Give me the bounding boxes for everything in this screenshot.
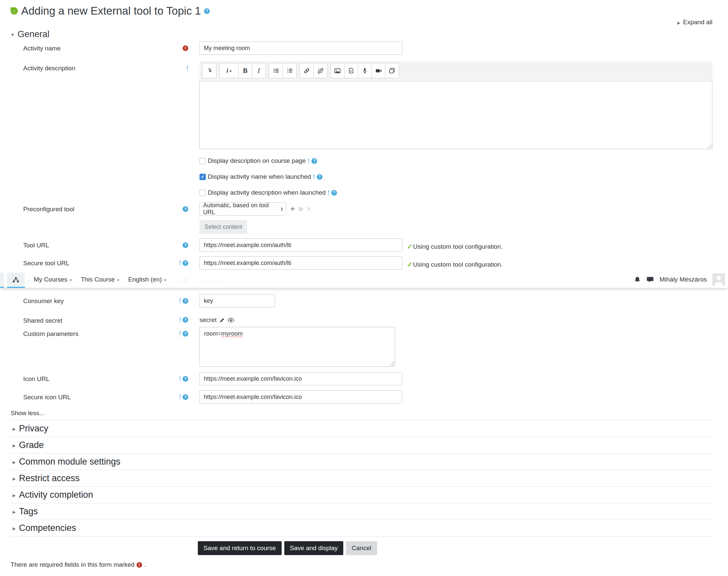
section-privacy[interactable]: Privacy — [10, 420, 712, 437]
required-icon — [183, 46, 188, 51]
video-camera-icon — [375, 68, 382, 74]
record-audio-button[interactable] — [358, 63, 371, 78]
display-activity-description-checkbox[interactable] — [200, 190, 206, 196]
course-structure-button[interactable] — [7, 272, 25, 288]
paragraph-styles-button[interactable]: i — [220, 63, 238, 78]
help-icon[interactable] — [317, 174, 323, 180]
record-video-button[interactable] — [371, 63, 385, 78]
help-icon[interactable] — [331, 190, 337, 196]
chevron-right-icon — [677, 19, 680, 26]
image-icon — [334, 68, 341, 74]
italic-button[interactable]: I — [252, 63, 266, 78]
help-icon[interactable] — [183, 317, 188, 323]
general-heading: General — [18, 29, 49, 39]
form-row-activity-name: Activity name — [10, 41, 712, 55]
nav-menu-this-course[interactable]: This Course — [81, 276, 119, 283]
save-and-return-button[interactable]: Save and return to course — [198, 541, 282, 555]
editor-toolbar: i B I — [200, 61, 712, 80]
bold-button[interactable]: B — [238, 63, 252, 78]
chevron-right-icon — [12, 426, 16, 432]
cancel-button[interactable]: Cancel — [346, 541, 377, 555]
tool-url-label: Tool URL — [23, 242, 49, 249]
resize-handle[interactable] — [707, 144, 711, 148]
shared-secret-value: secret — [200, 316, 217, 324]
activity-description-textarea[interactable] — [200, 81, 712, 149]
section-tags[interactable]: Tags — [10, 503, 712, 520]
chevron-down-icon — [228, 68, 232, 73]
nav-menu-language[interactable]: English (en) — [128, 276, 166, 283]
eye-icon[interactable] — [228, 318, 234, 323]
activity-name-input[interactable] — [200, 41, 402, 55]
link-button[interactable] — [300, 63, 313, 78]
save-and-display-button[interactable]: Save and display — [284, 541, 344, 555]
activity-name-label: Activity name — [23, 45, 61, 52]
form-row-preconfigured-tool: Preconfigured tool Automatic, based on t… — [10, 202, 712, 234]
chevron-down-icon — [164, 276, 166, 283]
display-activity-name-checkbox[interactable] — [200, 174, 206, 180]
delete-tool-icon — [306, 205, 311, 213]
nav-menu-my-courses[interactable]: My Courses — [34, 276, 72, 283]
custom-parameters-textarea[interactable]: room=myroom — [200, 327, 395, 367]
user-name[interactable]: Mihály Mészáros — [659, 276, 707, 283]
avatar[interactable] — [712, 273, 725, 286]
edit-pencil-icon[interactable] — [219, 317, 225, 323]
secure-tool-url-label: Secure tool URL — [23, 260, 69, 267]
ordered-list-icon: 1 2 3 — [286, 68, 293, 74]
check-icon: ✓ — [407, 243, 413, 251]
unordered-list-button[interactable] — [269, 63, 283, 78]
form-row-secure-icon-url: Secure icon URL — [10, 390, 712, 404]
form-row-shared-secret: Shared secret secret — [10, 316, 712, 324]
form-row-consumer-key: Consumer key — [10, 294, 712, 308]
toolbar-collapse-button[interactable] — [203, 63, 216, 78]
icon-url-input[interactable] — [200, 372, 402, 385]
section-grade[interactable]: Grade — [10, 437, 712, 453]
display-description-checkbox[interactable] — [200, 158, 206, 164]
form-row-icon-url: Icon URL — [10, 372, 712, 385]
insert-image-button[interactable] — [331, 63, 344, 78]
help-icon[interactable] — [183, 260, 188, 266]
ordered-list-button[interactable]: 1 2 3 — [283, 63, 296, 78]
secure-icon-url-input[interactable] — [200, 390, 402, 404]
consumer-key-input[interactable] — [200, 294, 275, 308]
secure-icon-url-label: Secure icon URL — [23, 394, 71, 401]
section-activity-completion[interactable]: Activity completion — [10, 487, 712, 503]
help-icon[interactable] — [183, 242, 188, 248]
chevron-right-icon — [12, 442, 16, 448]
resize-handle[interactable] — [390, 362, 394, 366]
secure-tool-url-input[interactable] — [200, 256, 402, 269]
custom-parameters-label: Custom parameters — [23, 330, 79, 338]
gear-icon — [298, 206, 304, 212]
messages-icon[interactable] — [646, 276, 654, 283]
help-icon[interactable] — [183, 206, 188, 212]
show-less-link[interactable]: Show less... — [10, 409, 44, 417]
external-tool-activity-icon: ↑ — [10, 7, 18, 15]
section-competencies[interactable]: Competencies — [10, 520, 712, 536]
help-icon[interactable] — [204, 8, 210, 14]
advanced-field-icon — [313, 174, 315, 180]
unlink-button[interactable] — [313, 63, 327, 78]
help-icon[interactable] — [183, 376, 188, 382]
help-icon[interactable] — [311, 158, 317, 164]
checkbox-row-display-activity-name: Display activity name when launched — [200, 173, 712, 180]
section-general[interactable]: General — [10, 29, 712, 39]
notifications-bell-icon[interactable] — [634, 276, 641, 283]
help-icon[interactable] — [183, 331, 188, 337]
expand-all-link[interactable]: Expand all — [677, 19, 712, 26]
shared-secret-label: Shared secret — [23, 317, 62, 324]
add-tool-icon[interactable] — [290, 204, 295, 213]
icon-url-label: Icon URL — [23, 375, 49, 383]
insert-media-button[interactable] — [344, 63, 358, 78]
nav-tab-partial[interactable] — [0, 272, 4, 288]
tool-url-input[interactable] — [200, 238, 402, 252]
section-restrict-access[interactable]: Restrict access — [10, 470, 712, 487]
section-common-module-settings[interactable]: Common module settings — [10, 453, 712, 470]
consumer-key-label: Consumer key — [23, 297, 64, 305]
manage-files-button[interactable] — [385, 63, 399, 78]
sitemap-icon — [12, 277, 19, 283]
help-icon[interactable] — [183, 394, 188, 400]
activity-description-label: Activity description — [23, 65, 75, 72]
select-content-button[interactable]: Select content — [200, 220, 247, 234]
preconfigured-tool-select[interactable]: Automatic, based on tool URL — [200, 202, 286, 215]
help-icon[interactable] — [183, 298, 188, 304]
tool-url-status: ✓ Using custom tool configuration. — [407, 238, 503, 252]
